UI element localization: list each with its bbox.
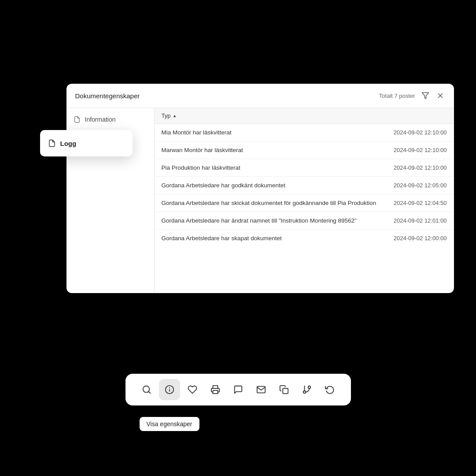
logg-popup: Logg [40, 130, 133, 156]
table-row: Gordana Arbetsledare har skapat dokument… [155, 230, 454, 247]
version-toolbar-button[interactable] [296, 379, 317, 400]
svg-rect-9 [283, 388, 288, 394]
row-date: 2024-09-02 12:10:00 [394, 164, 447, 171]
info-tooltip-wrapper: Visa egenskaper [159, 379, 180, 400]
document-icon [74, 116, 81, 123]
table-rows: Mia Montör har läskvitterat2024-09-02 12… [155, 124, 454, 247]
table-row: Gordana Arbetsledare har skickat dokumen… [155, 194, 454, 212]
print-toolbar-button[interactable] [205, 379, 226, 400]
email-toolbar-button[interactable] [251, 379, 272, 400]
comment-toolbar-button[interactable] [228, 379, 249, 400]
dialog-header: Dokumentegenskaper Totalt 7 poster [66, 84, 454, 108]
filter-button[interactable] [421, 91, 430, 100]
document-properties-dialog: Dokumentegenskaper Totalt 7 poster [66, 84, 454, 293]
close-button[interactable] [435, 91, 445, 100]
row-date: 2024-09-02 12:05:00 [394, 182, 447, 189]
table-row: Marwan Montör har läskvitterat2024-09-02… [155, 141, 454, 159]
bottom-toolbar: Visa egenskaper [125, 374, 351, 405]
row-date: 2024-09-02 12:10:00 [394, 129, 447, 136]
row-text: Marwan Montör har läskvitterat [162, 147, 387, 153]
info-toolbar-button[interactable] [159, 379, 180, 400]
header-right: Totalt 7 poster [379, 91, 445, 100]
table-row: Pia Produktion har läskvitterat2024-09-0… [155, 159, 454, 177]
comment-icon [233, 385, 243, 394]
row-date: 2024-09-02 12:00:00 [394, 235, 447, 242]
table-area: Typ ▲ Mia Montör har läskvitterat2024-09… [155, 108, 454, 293]
toolbar-tooltip: Visa egenskaper [139, 417, 199, 431]
logg-doc-icon [48, 139, 56, 147]
table-row: Gordana Arbetsledare har godkänt dokumen… [155, 177, 454, 194]
heart-icon [188, 385, 197, 394]
copy-icon [279, 385, 289, 394]
favorite-toolbar-button[interactable] [182, 379, 203, 400]
history-toolbar-button[interactable] [319, 379, 340, 400]
history-icon [325, 385, 335, 394]
print-icon [210, 385, 220, 394]
table-row: Mia Montör har läskvitterat2024-09-02 12… [155, 124, 454, 141]
table-row: Gordana Arbetsledare har ändrat namnet t… [155, 212, 454, 230]
dialog-title: Dokumentegenskaper [75, 92, 140, 100]
svg-rect-8 [213, 390, 218, 394]
copy-toolbar-button[interactable] [273, 379, 295, 400]
row-date: 2024-09-02 12:04:50 [394, 200, 447, 206]
row-text: Gordana Arbetsledare har godkänt dokumen… [162, 182, 387, 189]
row-text: Gordana Arbetsledare har ändrat namnet t… [162, 217, 387, 224]
row-date: 2024-09-02 12:01:00 [394, 217, 447, 224]
logg-label: Logg [60, 140, 77, 147]
totalt-count: Totalt 7 poster [379, 93, 415, 99]
branch-icon [302, 385, 312, 394]
logg-menu-item[interactable]: Logg [40, 134, 133, 153]
row-text: Mia Montör har läskvitterat [162, 129, 387, 136]
table-header: Typ ▲ [155, 108, 454, 124]
svg-marker-0 [422, 93, 428, 99]
search-icon [142, 385, 151, 394]
information-label: Information [85, 116, 116, 123]
svg-line-4 [148, 391, 150, 393]
info-icon [165, 385, 174, 394]
row-date: 2024-09-02 12:10:00 [394, 147, 447, 153]
row-text: Pia Produktion har läskvitterat [162, 164, 387, 171]
row-text: Gordana Arbetsledare har skapat dokument… [162, 235, 387, 242]
typ-column-header: Typ ▲ [162, 112, 447, 119]
row-text: Gordana Arbetsledare har skickat dokumen… [162, 200, 387, 206]
sidebar-item-information[interactable]: Information [66, 112, 154, 127]
search-toolbar-button[interactable] [136, 379, 157, 400]
email-icon [256, 385, 266, 394]
